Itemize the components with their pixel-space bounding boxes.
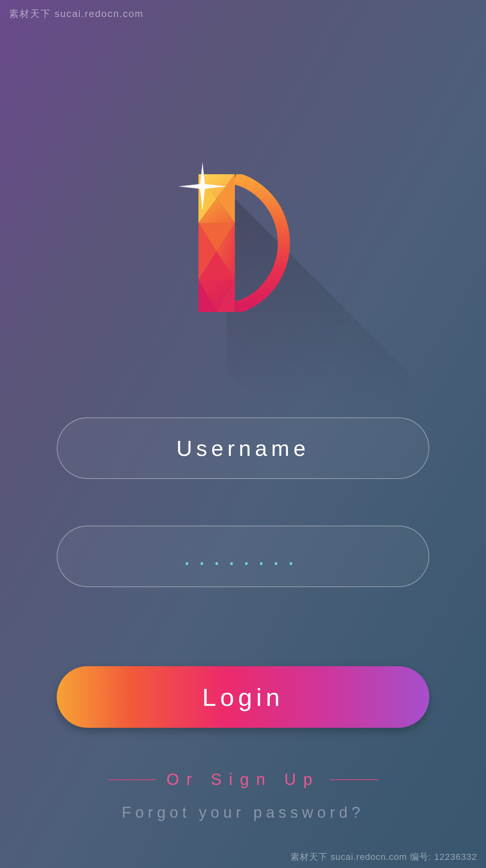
watermark-bottom-right: 素材天下 sucai.redocn.com 编号: 12236332 (290, 851, 477, 863)
signup-link[interactable]: Or Sign Up (166, 770, 320, 789)
divider-line-right (330, 779, 378, 780)
login-screen: Login Or Sign Up Forgot your password? (0, 0, 486, 868)
sparkle-icon (178, 162, 227, 211)
logo-container (186, 174, 300, 312)
forgot-password-link[interactable]: Forgot your password? (122, 804, 364, 821)
signup-row: Or Sign Up (108, 770, 378, 789)
divider-line-left (108, 779, 156, 780)
password-input[interactable] (57, 526, 429, 587)
login-button[interactable]: Login (57, 666, 429, 728)
watermark-top-left: 素材天下 sucai.redocn.com (9, 7, 144, 20)
svg-marker-12 (186, 170, 219, 203)
